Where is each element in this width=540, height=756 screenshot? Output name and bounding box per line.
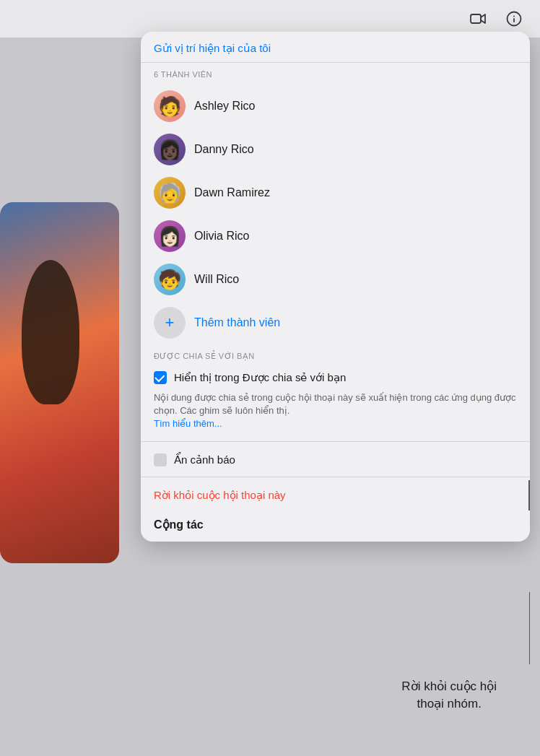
photo-figure [22,260,79,404]
member-name-dawn: Dawn Ramirez [194,186,270,199]
add-member-icon: + [154,307,186,339]
avatar-ashley: 🧑 [154,90,186,122]
leave-conversation-row[interactable]: Rời khỏi cuộc hội thoại này [141,480,530,510]
member-item-dawn[interactable]: 🧓 Dawn Ramirez [141,171,530,214]
member-item-ashley[interactable]: 🧑 Ashley Rico [141,84,530,128]
member-list: 🧑 Ashley Rico 👩🏿 Danny Rico 🧓 Dawn Ramir… [141,82,530,344]
svg-point-2 [513,16,515,17]
learn-more-link[interactable]: Tìm hiểu thêm... [154,418,222,429]
shared-section-label: ĐƯỢC CHIA SẺ VỚI BẠN [141,344,530,364]
member-name-olivia: Olivia Rico [194,230,249,243]
member-name-will: Will Rico [194,273,239,286]
divider-2 [141,477,530,477]
shared-toggle-row[interactable]: Hiển thị trong Được chia sẻ với bạn [141,364,530,391]
hide-alerts-checkbox[interactable] [154,453,167,466]
leave-conversation-label: Rời khỏi cuộc hội thoại này [154,489,286,502]
add-member-button[interactable]: + Thêm thành viên [141,301,530,344]
shared-toggle-checkbox[interactable] [154,371,167,384]
member-name-danny: Danny Rico [194,143,254,156]
video-camera-icon[interactable] [466,7,489,30]
callout-line-indicator [528,480,530,510]
info-icon[interactable] [502,7,526,30]
send-location-button[interactable]: Gửi vị trí hiện tại của tôi [141,32,530,63]
add-member-label: Thêm thành viên [194,316,280,329]
member-item-danny[interactable]: 👩🏿 Danny Rico [141,128,530,171]
svg-rect-3 [513,18,515,22]
annotation-text: Rời khỏi cuộc hội thoại nhóm. [401,678,497,713]
members-section-label: 6 THÀNH VIÊN [141,63,530,82]
background-photo [0,202,119,563]
svg-rect-0 [471,14,481,23]
avatar-olivia: 👩🏻 [154,220,186,252]
member-name-ashley: Ashley Rico [194,100,255,113]
member-item-will[interactable]: 🧒 Will Rico [141,258,530,301]
shared-description: Nội dung được chia sẻ trong cuộc hội tho… [141,391,530,437]
callout-connector-line [529,592,531,664]
avatar-dawn: 🧓 [154,177,186,209]
member-item-olivia[interactable]: 👩🏻 Olivia Rico [141,214,530,258]
collab-label: Cộng tác [154,518,204,531]
info-panel: Gửi vị trí hiện tại của tôi 6 THÀNH VIÊN… [141,32,530,542]
avatar-will: 🧒 [154,264,186,295]
avatar-danny: 👩🏿 [154,134,186,165]
hide-alerts-row[interactable]: Ẩn cảnh báo [141,446,530,474]
divider-1 [141,441,530,442]
collab-row: Cộng tác [141,510,530,542]
hide-alerts-label: Ẩn cảnh báo [174,453,235,466]
shared-toggle-label: Hiển thị trong Được chia sẻ với bạn [174,371,346,384]
